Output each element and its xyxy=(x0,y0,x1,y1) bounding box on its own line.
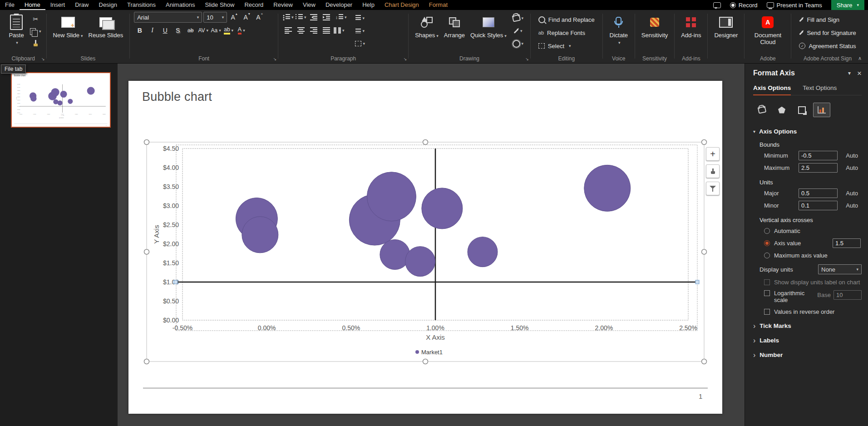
menu-file[interactable]: File xyxy=(0,0,20,10)
section-labels[interactable]: ›Labels xyxy=(753,337,862,344)
bubble-chart[interactable]: $0.00$0.50$1.00$1.50$2.00$2.50$3.00$3.50… xyxy=(128,81,722,414)
selection-handle[interactable] xyxy=(144,140,149,145)
numbering-button[interactable]: ▾ xyxy=(295,12,306,23)
italic-button[interactable]: I xyxy=(147,25,158,36)
major-auto-button[interactable]: Auto xyxy=(843,189,861,198)
agreement-status-button[interactable]: ✓Agreement Status xyxy=(795,40,859,52)
dialog-launcher-icon[interactable]: ↘ xyxy=(525,57,529,61)
strikethrough-button[interactable]: ab xyxy=(185,25,196,36)
change-case-button[interactable]: Aa▾ xyxy=(210,25,222,36)
text-shadow-button[interactable]: S xyxy=(172,25,183,36)
menu-help[interactable]: Help xyxy=(357,0,380,10)
send-for-signature-button[interactable]: Send for Signature xyxy=(795,27,859,39)
menu-view[interactable]: View xyxy=(298,0,321,10)
decrease-font-size-button[interactable]: A▾ xyxy=(241,12,252,23)
axis-selection-handle[interactable] xyxy=(174,280,178,284)
text-highlight-color-button[interactable]: ab▾ xyxy=(223,25,234,36)
menu-transitions[interactable]: Transitions xyxy=(122,0,161,10)
logarithmic-scale-checkbox[interactable]: Logarithmic scale Base xyxy=(764,290,862,304)
dictate-button[interactable]: Dictate▾ xyxy=(607,12,631,52)
legend-label[interactable]: Market1 xyxy=(421,349,443,356)
selection-handle[interactable] xyxy=(423,140,428,145)
minimum-auto-button[interactable]: Auto xyxy=(843,151,861,160)
chart-elements-button[interactable]: + xyxy=(706,147,720,161)
menu-format[interactable]: Format xyxy=(424,0,453,10)
clear-formatting-button[interactable]: A× xyxy=(254,12,265,23)
effects-icon[interactable] xyxy=(773,103,790,117)
minor-input[interactable] xyxy=(799,201,838,210)
align-left-button[interactable] xyxy=(282,25,294,36)
values-reverse-checkbox[interactable]: Values in reverse order xyxy=(764,308,862,315)
find-and-replace-button[interactable]: Find and Replace xyxy=(535,14,598,25)
slide-thumbnail[interactable]: Bubble chart $0.00$0.50$1.00$1.50$2.00$2… xyxy=(11,72,111,128)
shapes-button[interactable]: Shapes▾ xyxy=(413,12,441,52)
menu-home[interactable]: Home xyxy=(20,0,45,10)
menu-insert[interactable]: Insert xyxy=(45,0,70,10)
bubble[interactable] xyxy=(584,165,631,211)
menu-review[interactable]: Review xyxy=(268,0,298,10)
bold-button[interactable]: B xyxy=(134,25,145,36)
menu-chart-design[interactable]: Chart Design xyxy=(380,0,424,10)
menu-record[interactable]: Record xyxy=(239,0,268,10)
chart-filters-button[interactable] xyxy=(706,182,720,195)
axis-selection-handle[interactable] xyxy=(695,280,699,284)
increase-font-size-button[interactable]: A▴ xyxy=(228,12,240,23)
pane-close-icon[interactable]: × xyxy=(857,69,862,77)
slide[interactable]: Bubble chart $0.00$0.50$1.00$1.50$2.00$2… xyxy=(128,81,722,414)
thumbnail-slide-preview[interactable]: Bubble chart $0.00$0.50$1.00$1.50$2.00$2… xyxy=(12,73,110,128)
display-units-select[interactable]: None ▾ xyxy=(818,264,862,274)
bubble[interactable] xyxy=(242,217,278,253)
chart-styles-button[interactable] xyxy=(706,164,720,178)
font-size-select[interactable]: 10▾ xyxy=(203,12,227,23)
align-text-button[interactable]: ▾ xyxy=(352,25,368,36)
menu-design[interactable]: Design xyxy=(94,0,122,10)
new-slide-button[interactable]: New Slide▾ xyxy=(51,12,85,52)
cut-button[interactable]: ✂ xyxy=(29,14,42,25)
tab-axis-options[interactable]: Axis Options xyxy=(753,84,791,95)
selection-handle[interactable] xyxy=(702,359,707,364)
maximum-input[interactable] xyxy=(799,163,838,173)
share-button[interactable]: Share ▾ xyxy=(831,0,864,10)
x-axis-title[interactable]: X Axis xyxy=(426,333,445,341)
menu-animations[interactable]: Animations xyxy=(161,0,200,10)
bubble[interactable] xyxy=(405,247,435,277)
line-spacing-button[interactable]: ↕▾ xyxy=(333,12,349,23)
font-name-select[interactable]: Arial▾ xyxy=(134,12,202,23)
paste-button[interactable]: Paste▾ xyxy=(5,12,28,52)
increase-indent-button[interactable] xyxy=(321,12,332,23)
maximum-auto-button[interactable]: Auto xyxy=(843,163,861,172)
decrease-indent-button[interactable] xyxy=(308,12,319,23)
minimum-input[interactable] xyxy=(799,151,838,160)
dialog-launcher-icon[interactable]: ↘ xyxy=(404,57,407,61)
record-button[interactable]: Record xyxy=(730,2,758,9)
fill-line-icon[interactable] xyxy=(753,103,770,117)
present-in-teams-button[interactable]: Present in Teams xyxy=(767,2,822,9)
shape-fill-button[interactable]: ▾ xyxy=(510,13,526,24)
automatic-radio[interactable]: Automatic xyxy=(764,228,862,234)
selection-handle[interactable] xyxy=(144,359,149,364)
section-number[interactable]: ›Number xyxy=(753,352,862,359)
columns-button[interactable]: ▾ xyxy=(333,25,345,36)
axis-value-radio[interactable]: Axis value xyxy=(764,238,862,248)
text-direction-button[interactable]: ▾ xyxy=(352,13,368,24)
selection-handle[interactable] xyxy=(702,249,707,254)
format-painter-button[interactable] xyxy=(29,38,42,49)
arrange-button[interactable]: Arrange xyxy=(442,12,467,52)
major-input[interactable] xyxy=(799,188,838,198)
document-cloud-button[interactable]: A Document Cloud xyxy=(749,12,787,52)
add-ins-button[interactable]: Add-ins xyxy=(679,12,703,52)
maximum-axis-value-radio[interactable]: Maximum axis value xyxy=(764,252,862,259)
dialog-launcher-icon[interactable]: ↘ xyxy=(41,57,45,61)
character-spacing-button[interactable]: AV▾ xyxy=(197,25,209,36)
reuse-slides-button[interactable]: Reuse Slides xyxy=(86,12,126,52)
designer-button[interactable]: Designer xyxy=(712,12,740,52)
select-button[interactable]: Select▾ xyxy=(535,40,598,52)
bubble[interactable] xyxy=(422,188,463,229)
axis-value-input[interactable] xyxy=(833,238,861,248)
menu-slide-show[interactable]: Slide Show xyxy=(200,0,239,10)
y-axis-title[interactable]: Y Axis xyxy=(153,225,160,243)
show-display-units-checkbox[interactable]: Show display units label on chart xyxy=(764,279,862,286)
justify-button[interactable] xyxy=(321,25,332,36)
bubble[interactable] xyxy=(468,237,498,267)
shape-effects-button[interactable]: ▾ xyxy=(510,38,526,49)
